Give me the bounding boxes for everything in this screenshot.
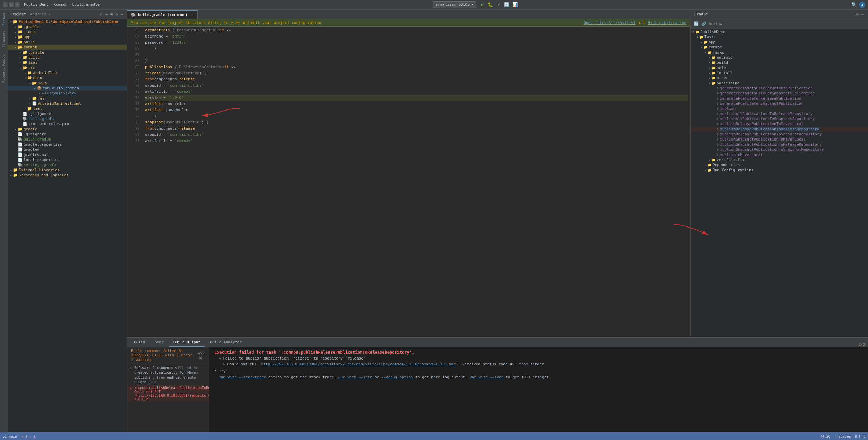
gradle-run-icon[interactable]: ▶ (719, 21, 723, 27)
tree-item-common[interactable]: ▾📂common (8, 45, 127, 50)
tree-item-publishdemo[interactable]: ▾📂PublishDemo C:\WorkSpace\Android\Publi… (8, 19, 127, 24)
gradle-item-publishsnapshotpublicationtomavenlocal[interactable]: ⚙publishSnapshotPublicationToMavenLocal (691, 137, 868, 142)
gradle-item-tasks[interactable]: ▾📁Tasks (691, 50, 868, 55)
gradle-item-publishsnapshotpublicationtoreleaserepository[interactable]: ⚙publishSnapshotPublicationToReleaseRepo… (691, 142, 868, 147)
bottom-settings-icon[interactable]: ⚙ (859, 342, 862, 347)
close-button[interactable]: ✕ (15, 2, 20, 7)
gradle-item-tasks[interactable]: ▾📁Tasks (691, 34, 868, 40)
breadcrumb-file[interactable]: build.gradle (72, 2, 99, 7)
panel-layout-icon[interactable]: ≡ (104, 11, 108, 17)
tree-item-local.properties[interactable]: 📄local.properties (8, 157, 127, 162)
gradle-item-common[interactable]: ▾📁common (691, 45, 868, 50)
tree-item-androidmanifest.xml[interactable]: ▸📄AndroidManifest.xml (8, 101, 127, 106)
tab-build[interactable]: Build (130, 338, 149, 347)
tree-item-build.gradle[interactable]: 🐘build.gradle (8, 137, 127, 142)
tab-build-gradle[interactable]: 🐘 build.gradle (:common) ✕ (127, 10, 198, 19)
tree-item-build[interactable]: ▸📁build (8, 55, 127, 60)
tree-item-gradlew.bat[interactable]: 📄gradlew.bat (8, 152, 127, 157)
project-view-dropdown[interactable]: Android ▾ (30, 12, 51, 16)
gradle-item-publishallpublicationstoreleaserepository[interactable]: ⚙publishAllPublicationsToReleaseReposito… (691, 111, 868, 116)
tree-item-build.gradle[interactable]: 🐘build.gradle (8, 116, 127, 121)
panel-expand-icon[interactable]: ⊞ (110, 11, 113, 17)
minimize-button[interactable]: — (3, 2, 8, 7)
maximize-button[interactable]: □ (9, 2, 14, 7)
gradle-item-generatemetadatafileforsnapshotpublication[interactable]: ⚙generateMetadataFileForSnapshotPublicat… (691, 91, 868, 96)
gradle-settings-icon[interactable]: ⚙ (856, 11, 859, 17)
gradle-item-run-configurations[interactable]: ▸📁Run Configurations (691, 167, 868, 173)
tree-item-java[interactable]: ▾📂java (8, 80, 127, 86)
gradle-item-generatepomfileforsnapshotpublication[interactable]: ⚙generatePomFileForSnapshotPublication (691, 101, 868, 106)
search-icon[interactable]: 🔍 (851, 2, 857, 8)
gradle-item-publishreleasepublicationtoreleaserepository[interactable]: ⚙publishReleasePublicationToReleaseRepos… (691, 127, 868, 132)
run-info-link[interactable]: Run with --info (338, 375, 372, 379)
tree-item-.gitignore[interactable]: 📄.gitignore (8, 111, 127, 116)
gradle-item-help[interactable]: ▸📁help (691, 65, 868, 70)
build-error-item-1[interactable]: ✕ :common:publishReleasePublicationToRel… (127, 385, 209, 402)
gradle-item-build[interactable]: ▸📁build (691, 60, 868, 65)
tree-item-libs[interactable]: ▸📁libs (8, 60, 127, 65)
tree-item-.gradle[interactable]: ▸📁.gradle (8, 50, 127, 55)
run-stacktrace-link[interactable]: Run with --stacktrace (219, 375, 266, 379)
gradle-item-publishsnapshotpublicationtosnapshotrepository[interactable]: ⚙publishSnapshotPublicationToSnapshotRep… (691, 147, 868, 152)
tree-item-.gradle[interactable]: ▸📁.gradle (8, 24, 127, 29)
gradle-collapse-icon[interactable]: ⊟ (714, 21, 717, 27)
gradle-item-generatemetadatafileforreleasepublication[interactable]: ⚙generateMetadataFileForReleasePublicati… (691, 86, 868, 91)
panel-gear-icon[interactable]: ⚙ (115, 11, 119, 17)
tree-item-com.viifo.common[interactable]: ▾📦com.viifo.common (8, 86, 127, 91)
run-scan-link[interactable]: Run with --scan (470, 375, 503, 379)
hide-notification-link[interactable]: Hide notification (648, 20, 686, 25)
gradle-item-verification[interactable]: ▸📁verification (691, 157, 868, 162)
gradle-item-publishdemo[interactable]: ▾📁PublishDemo (691, 29, 868, 34)
breadcrumb-module[interactable]: common (54, 2, 67, 7)
gradle-item-publish[interactable]: ⚙publish (691, 106, 868, 111)
sidebar-structure[interactable]: Structure (1, 29, 6, 49)
gradle-close-icon[interactable]: — (861, 11, 865, 17)
tree-item-scratches-and-consoles[interactable]: ▸📁Scratches and Consoles (8, 173, 127, 178)
tree-item-gradle.properties[interactable]: 📄gradle.properties (8, 142, 127, 147)
gradle-item-dependencies[interactable]: ▸📁Dependencies (691, 162, 868, 167)
gradle-item-publishtomavenlocal[interactable]: ⚙publishToMavenLocal (691, 152, 868, 157)
panel-settings-icon[interactable]: ⚙ (99, 11, 103, 17)
bottom-expand-icon[interactable]: ⊠ (863, 342, 865, 347)
gradle-item-publishallpublicationstosnapshotrepository[interactable]: ⚙publishAllPublicationsToSnapshotReposit… (691, 116, 868, 121)
debug-option-link[interactable]: --debug option (381, 375, 413, 379)
sidebar-resource-manager[interactable]: Resource Manager (1, 52, 6, 84)
debug-button[interactable]: 🐛 (487, 2, 493, 8)
tree-item-settings.gradle[interactable]: 🐘settings.gradle (8, 162, 127, 167)
tree-item-src[interactable]: ▾📂src (8, 65, 127, 70)
gradle-item-publishing[interactable]: ▾📁publishing (691, 80, 868, 86)
gradle-refresh-icon[interactable]: 🔄 (693, 21, 699, 27)
tree-item-proguard-rules.pro[interactable]: 📄proguard-rules.pro (8, 121, 127, 127)
project-tree[interactable]: ▾📂PublishDemo C:\WorkSpace\Android\Publi… (8, 19, 127, 432)
tree-item-.gitignore[interactable]: 📄.gitignore (8, 132, 127, 137)
gradle-link-icon[interactable]: 🔗 (701, 21, 707, 27)
tree-item-main[interactable]: ▾📂main (8, 75, 127, 80)
gradle-tree[interactable]: ▾📁PublishDemo▾📁Tasks▸📁app▾📁common▾📁Tasks… (691, 29, 868, 337)
build-warning-item[interactable]: ⚠ Software Components will not be create… (127, 365, 209, 385)
attach-button[interactable]: ⚡ (495, 2, 502, 8)
gradle-item-publishreleasepublicationtomavenlocal[interactable]: ⚙publishReleasePublicationToMavenLocal (691, 121, 868, 127)
breadcrumb-project[interactable]: PublishDemo (24, 2, 49, 7)
tab-close-icon[interactable]: ✕ (191, 13, 194, 17)
tree-item-app[interactable]: ▸📁app (8, 34, 127, 40)
tree-item-external-libraries[interactable]: ▸📁External Libraries (8, 167, 127, 173)
tree-item-gradle[interactable]: ▸📁gradle (8, 127, 127, 132)
code-editor[interactable]: credentials { PasswordCredentials it -> … (142, 27, 690, 337)
could-not-put-url[interactable]: http://192.168.0.105:8081/repository/lib… (261, 362, 456, 366)
tree-item-androidtest[interactable]: ▸📁androidTest (8, 70, 127, 75)
gradle-expand-icon[interactable]: ⊞ (709, 21, 712, 27)
tab-build-output[interactable]: Build Output (169, 338, 205, 347)
gradle-item-android[interactable]: ▸📁android (691, 55, 868, 60)
profile-button[interactable]: 📊 (512, 2, 518, 8)
notification-icon[interactable]: i (859, 2, 865, 8)
tree-item-build[interactable]: ▸📁build (8, 40, 127, 45)
tab-build-analyzer[interactable]: Build Analyzer (206, 338, 246, 347)
tree-item-test[interactable]: ▸📁test (8, 106, 127, 111)
tree-item-gradlew[interactable]: 📄gradlew (8, 147, 127, 152)
tree-item-customtextview[interactable]: ▸☕CustomTextView (8, 91, 127, 96)
sidebar-project[interactable]: Project (1, 11, 6, 27)
run-config-selector[interactable]: smartisan OD105 ▾ (433, 1, 476, 8)
gradle-item-generatepomfileforreleasepublication[interactable]: ⚙generatePomFileForReleasePublication (691, 96, 868, 101)
tab-sync[interactable]: Sync (151, 338, 168, 347)
open-project-structure-link[interactable]: Open (Ctrl+Alt+Shift+S) (584, 20, 635, 25)
